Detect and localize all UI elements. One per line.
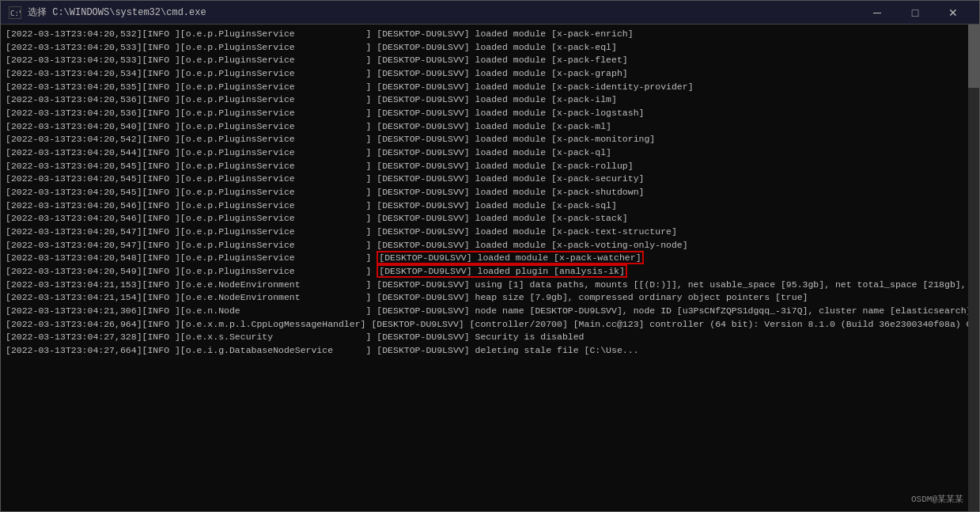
console-line: [2022-03-13T23:04:20,547][INFO ][o.e.p.P…: [6, 239, 974, 252]
console-output: [2022-03-13T23:04:20,532][INFO ][o.e.p.P…: [6, 28, 974, 508]
console-line: [2022-03-13T23:04:20,549][INFO ][o.e.p.P…: [6, 265, 974, 279]
console-line: [2022-03-13T23:04:20,546][INFO ][o.e.p.P…: [6, 212, 974, 226]
console-line: [2022-03-13T23:04:20,533][INFO ][o.e.p.P…: [6, 54, 974, 67]
console-line: [2022-03-13T23:04:21,306][INFO ][o.e.n.N…: [6, 305, 974, 318]
console-line: [2022-03-13T23:04:27,328][INFO ][o.e.x.s…: [6, 331, 974, 344]
console-line: [2022-03-13T23:04:27,664][INFO ][o.e.i.g…: [6, 344, 974, 358]
window-controls: ─ □ ✕: [859, 1, 971, 25]
watermark: OSDM@某某某: [911, 493, 963, 505]
console-line: [2022-03-13T23:04:20,545][INFO ][o.e.p.P…: [6, 186, 974, 199]
console-line: [2022-03-13T23:04:20,542][INFO ][o.e.p.P…: [6, 133, 974, 146]
console-line: [2022-03-13T23:04:20,545][INFO ][o.e.p.P…: [6, 160, 974, 173]
console-line: [2022-03-13T23:04:20,534][INFO ][o.e.p.P…: [6, 67, 974, 81]
title-bar-left: C:\ 选择 C:\WINDOWS\system32\cmd.exe: [9, 6, 206, 19]
console-line: [2022-03-13T23:04:20,547][INFO ][o.e.p.P…: [6, 226, 974, 239]
console-line: [2022-03-13T23:04:20,545][INFO ][o.e.p.P…: [6, 173, 974, 186]
console-line: [2022-03-13T23:04:21,154][INFO ][o.e.e.N…: [6, 291, 974, 305]
cmd-window: C:\ 选择 C:\WINDOWS\system32\cmd.exe ─ □ ✕…: [0, 0, 980, 512]
console-line: [2022-03-13T23:04:20,548][INFO ][o.e.p.P…: [6, 252, 974, 265]
cmd-icon: C:\: [9, 6, 21, 19]
console-area[interactable]: [2022-03-13T23:04:20,532][INFO ][o.e.p.P…: [1, 25, 979, 511]
minimize-button[interactable]: ─: [859, 1, 895, 25]
scrollbar[interactable]: [968, 25, 979, 511]
maximize-button[interactable]: □: [897, 1, 933, 25]
console-line: [2022-03-13T23:04:20,536][INFO ][o.e.p.P…: [6, 107, 974, 120]
console-line: [2022-03-13T23:04:20,546][INFO ][o.e.p.P…: [6, 199, 974, 213]
title-bar: C:\ 选择 C:\WINDOWS\system32\cmd.exe ─ □ ✕: [1, 1, 979, 25]
console-line: [2022-03-13T23:04:20,536][INFO ][o.e.p.P…: [6, 93, 974, 107]
console-line: [2022-03-13T23:04:20,533][INFO ][o.e.p.P…: [6, 41, 974, 55]
console-line: [2022-03-13T23:04:20,535][INFO ][o.e.p.P…: [6, 81, 974, 94]
window-title: 选择 C:\WINDOWS\system32\cmd.exe: [28, 6, 206, 19]
console-line: [2022-03-13T23:04:20,532][INFO ][o.e.p.P…: [6, 28, 974, 41]
scrollbar-thumb[interactable]: [968, 25, 979, 88]
console-line: [2022-03-13T23:04:20,540][INFO ][o.e.p.P…: [6, 120, 974, 134]
console-line: [2022-03-13T23:04:26,964][INFO ][o.e.x.m…: [6, 318, 974, 332]
console-line: [2022-03-13T23:04:20,544][INFO ][o.e.p.P…: [6, 146, 974, 160]
svg-text:C:\: C:\: [10, 9, 21, 17]
close-button[interactable]: ✕: [935, 1, 971, 25]
console-line: [2022-03-13T23:04:21,153][INFO ][o.e.e.N…: [6, 279, 974, 292]
